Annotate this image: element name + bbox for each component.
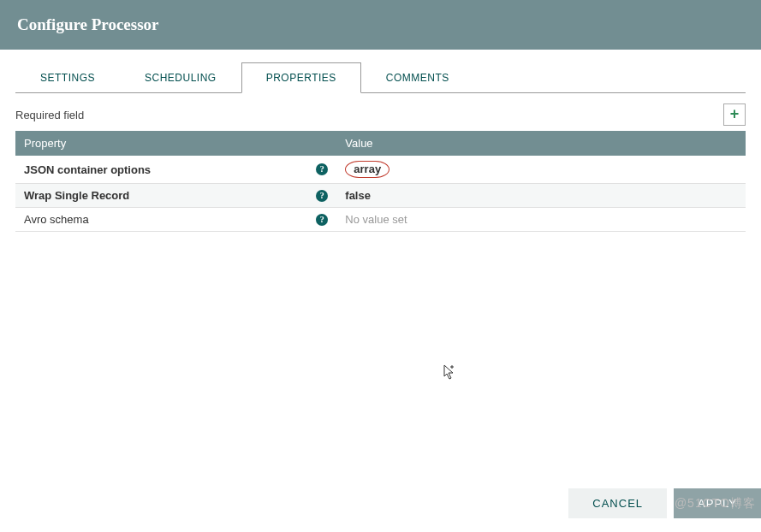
cancel-button[interactable]: CANCEL bbox=[568, 488, 667, 518]
properties-subheader: Required field + bbox=[15, 103, 746, 126]
table-row[interactable]: JSON container options ? array bbox=[15, 156, 746, 184]
tab-settings[interactable]: SETTINGS bbox=[15, 62, 120, 93]
help-icon[interactable]: ? bbox=[316, 214, 328, 226]
content-spacer bbox=[0, 232, 761, 480]
properties-table: Property Value JSON container options ? … bbox=[15, 131, 746, 232]
property-name: Wrap Single Record bbox=[24, 189, 129, 202]
property-name: Avro schema bbox=[24, 213, 89, 226]
property-value[interactable]: No value set bbox=[345, 213, 407, 226]
table-row[interactable]: Wrap Single Record ? false bbox=[15, 184, 746, 208]
col-header-value: Value bbox=[336, 131, 687, 156]
tab-properties[interactable]: PROPERTIES bbox=[241, 62, 361, 93]
col-header-actions bbox=[687, 131, 746, 156]
tab-scheduling[interactable]: SCHEDULING bbox=[120, 62, 241, 93]
property-value[interactable]: array bbox=[345, 161, 389, 178]
dialog-header: Configure Processor bbox=[0, 0, 761, 50]
apply-button[interactable]: APPLY bbox=[674, 488, 761, 518]
dialog-footer: @51CTO博客 CANCEL APPLY bbox=[0, 480, 761, 527]
help-icon[interactable]: ? bbox=[316, 163, 328, 175]
property-value[interactable]: false bbox=[345, 189, 371, 202]
table-row[interactable]: Avro schema ? No value set bbox=[15, 208, 746, 232]
col-header-property: Property bbox=[15, 131, 336, 156]
plus-icon: + bbox=[730, 105, 740, 122]
tab-comments[interactable]: COMMENTS bbox=[361, 62, 474, 93]
tab-bar: SETTINGS SCHEDULING PROPERTIES COMMENTS bbox=[15, 62, 746, 93]
dialog-title: Configure Processor bbox=[17, 15, 744, 34]
add-property-button[interactable]: + bbox=[723, 103, 746, 126]
help-icon[interactable]: ? bbox=[316, 190, 328, 202]
required-field-label: Required field bbox=[15, 109, 84, 121]
cursor-icon bbox=[443, 364, 459, 383]
property-name: JSON container options bbox=[24, 163, 151, 176]
dialog-body: SETTINGS SCHEDULING PROPERTIES COMMENTS … bbox=[0, 50, 761, 527]
